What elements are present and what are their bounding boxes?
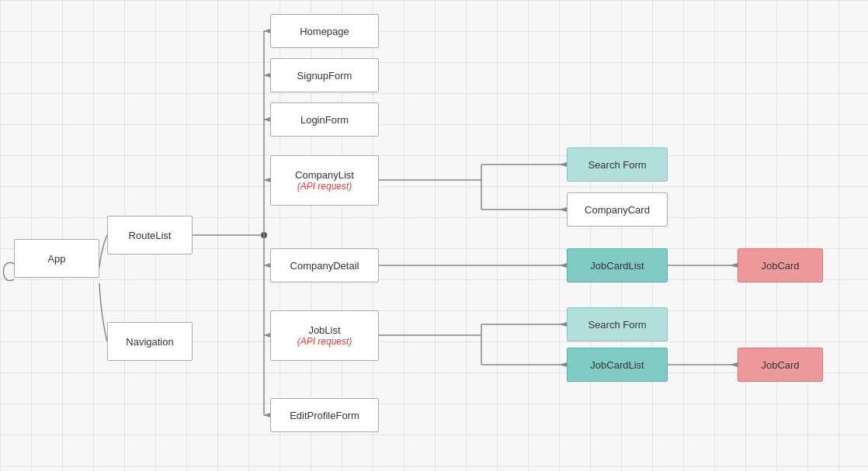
svg-marker-16 bbox=[264, 413, 270, 417]
svg-marker-22 bbox=[559, 207, 567, 212]
companylist-label: CompanyList bbox=[295, 169, 354, 181]
editprofileform-label: EditProfileForm bbox=[290, 410, 359, 421]
searchform2-label: Search Form bbox=[588, 319, 646, 331]
svg-point-1 bbox=[261, 232, 267, 238]
app-label: App bbox=[47, 253, 65, 265]
joblist-api-text: (API request) bbox=[297, 336, 352, 347]
jobcardlist1-label: JobCardList bbox=[590, 260, 644, 272]
app-node: App bbox=[14, 239, 99, 278]
searchform1-node: Search Form bbox=[567, 147, 668, 182]
companydetail-label: CompanyDetail bbox=[290, 260, 359, 272]
svg-marker-11 bbox=[264, 73, 270, 78]
jobcard2-label: JobCard bbox=[761, 359, 799, 371]
jobcardlist2-label: JobCardList bbox=[590, 359, 644, 371]
jobcardlist1-node: JobCardList bbox=[567, 248, 668, 282]
svg-marker-32 bbox=[559, 362, 567, 367]
searchform2-node: Search Form bbox=[567, 307, 668, 341]
svg-marker-15 bbox=[264, 333, 270, 338]
signupform-label: SignupForm bbox=[297, 70, 352, 81]
companylist-node: CompanyList (API request) bbox=[270, 155, 379, 206]
companydetail-node: CompanyDetail bbox=[270, 248, 379, 282]
svg-marker-30 bbox=[559, 322, 567, 327]
routelist-node: RouteList bbox=[107, 216, 193, 255]
navigation-label: Navigation bbox=[126, 336, 173, 348]
companycard-label: CompanyCard bbox=[585, 204, 650, 216]
companycard-node: CompanyCard bbox=[567, 192, 668, 227]
searchform1-label: Search Form bbox=[588, 159, 646, 171]
navigation-node: Navigation bbox=[107, 322, 193, 361]
svg-marker-14 bbox=[264, 263, 270, 268]
homepage-node: Homepage bbox=[270, 14, 379, 48]
svg-marker-10 bbox=[264, 29, 270, 33]
routelist-label: RouteList bbox=[129, 230, 172, 241]
loginform-label: LoginForm bbox=[300, 114, 349, 126]
joblist-node: JobList (API request) bbox=[270, 310, 379, 361]
svg-marker-13 bbox=[264, 178, 270, 182]
jobcard1-node: JobCard bbox=[738, 248, 823, 282]
editprofileform-node: EditProfileForm bbox=[270, 398, 379, 432]
joblist-label: JobList bbox=[308, 324, 340, 336]
svg-marker-24 bbox=[559, 263, 567, 268]
loginform-node: LoginForm bbox=[270, 102, 379, 137]
companylist-api-text: (API request) bbox=[297, 181, 352, 192]
jobcard2-node: JobCard bbox=[738, 348, 823, 382]
diagram-container: App RouteList Navigation Homepage Signup… bbox=[0, 0, 868, 471]
svg-marker-12 bbox=[264, 117, 270, 122]
signupform-node: SignupForm bbox=[270, 58, 379, 92]
homepage-label: Homepage bbox=[300, 26, 349, 37]
svg-marker-20 bbox=[559, 162, 567, 167]
svg-marker-34 bbox=[730, 362, 738, 367]
jobcardlist2-node: JobCardList bbox=[567, 348, 668, 382]
svg-marker-26 bbox=[730, 263, 738, 268]
jobcard1-label: JobCard bbox=[761, 260, 799, 272]
